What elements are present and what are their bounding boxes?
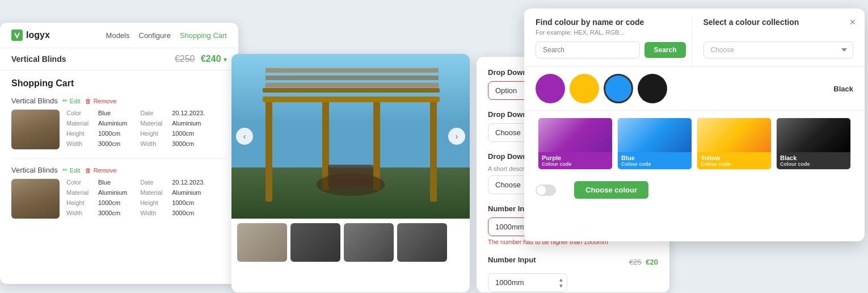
- swatch-blue[interactable]: [604, 74, 633, 103]
- cart-item-details: ColorBlue Date20.12.2023. MaterialAlumin…: [66, 179, 205, 219]
- color-panel-header: Find colour by name or code For example:…: [524, 9, 865, 67]
- divider: [11, 158, 227, 159]
- thumbnail-2[interactable]: [290, 223, 340, 262]
- color-card-yellow[interactable]: Yellow Colour code: [697, 118, 772, 170]
- price-new: €240: [201, 54, 221, 64]
- color-card-label-yellow: Yellow Colour code: [697, 152, 771, 169]
- thumbnail-strip: [231, 219, 470, 266]
- search-title: Find colour by name or code: [536, 18, 686, 27]
- cart-item-body: ColorBlue Date20.12.2023. MaterialAlumin…: [11, 179, 227, 219]
- color-card-blue[interactable]: Blue Colour code: [617, 118, 692, 170]
- choose-colour-button[interactable]: Choose colour: [574, 181, 648, 199]
- cart-item-name: Vertical Blinds: [11, 166, 58, 174]
- thumbnail-1[interactable]: [237, 223, 287, 262]
- product-image-panel: ‹ ›: [231, 54, 470, 292]
- swatch-black[interactable]: [638, 74, 667, 103]
- shopping-cart-panel: logyx Models Configure Shopping Cart Ver…: [0, 23, 238, 284]
- increment-button-2[interactable]: ▲: [558, 277, 564, 282]
- thumbnail-4[interactable]: [397, 223, 447, 262]
- nav-shopping-cart[interactable]: Shopping Cart: [180, 31, 227, 40]
- color-card-image-purple: [538, 118, 612, 152]
- cart-item: Vertical Blinds ✏ Edit 🗑 Remove ColorBlu…: [11, 97, 227, 149]
- color-card-label-blue: Blue Colour code: [618, 152, 692, 169]
- search-hint: For example: HEX, RAL, RGB...: [536, 29, 686, 36]
- svg-rect-3: [430, 99, 437, 202]
- cart-item-details: ColorBlue Date20.12.2023. MaterialAlumin…: [66, 110, 205, 149]
- color-panel-footer: Choose colour: [524, 177, 865, 210]
- product-main-image: ‹ ›: [231, 54, 470, 219]
- cart-item-image: [11, 179, 60, 219]
- edit-icon: ✏: [62, 166, 68, 174]
- cart-item-header: Vertical Blinds ✏ Edit 🗑 Remove: [11, 166, 227, 174]
- color-picker-panel: × Find colour by name or code For exampl…: [524, 9, 865, 241]
- price-old: €250: [175, 54, 195, 64]
- search-row: Search: [536, 41, 686, 58]
- collection-title: Select a colour collection: [703, 18, 854, 27]
- price-display: €250 €240 ▾: [175, 54, 227, 64]
- prev-image-button[interactable]: ‹: [236, 128, 253, 145]
- svg-rect-12: [328, 165, 373, 187]
- toggle-switch[interactable]: [536, 185, 556, 196]
- cart-item-body: ColorBlue Date20.12.2023. MaterialAlumin…: [11, 110, 227, 149]
- trash-icon: 🗑: [85, 167, 91, 174]
- color-card-dark[interactable]: Black Colour code: [776, 118, 851, 170]
- number-input-2-section: Number Input €25 €20 ▲ ▼: [488, 256, 658, 292]
- price-dropdown-icon[interactable]: ▾: [224, 56, 227, 64]
- next-image-button[interactable]: ›: [448, 128, 465, 145]
- edit-button[interactable]: ✏ Edit: [62, 97, 81, 104]
- cart-body: Shopping Cart Vertical Blinds ✏ Edit 🗑 R…: [0, 70, 238, 236]
- cart-item-name: Vertical Blinds: [11, 97, 58, 105]
- trash-icon: 🗑: [85, 98, 91, 104]
- nav-models[interactable]: Models: [106, 31, 130, 40]
- search-input[interactable]: [536, 41, 640, 58]
- swatch-yellow[interactable]: [570, 74, 599, 103]
- color-card-image-blue: [618, 118, 692, 152]
- collection-select[interactable]: Choose: [703, 41, 854, 58]
- color-card-image-yellow: [697, 118, 771, 152]
- remove-button[interactable]: 🗑 Remove: [85, 98, 117, 104]
- color-card-purple[interactable]: Purple Colour code: [538, 118, 613, 170]
- color-swatches-row: Black: [524, 67, 865, 111]
- color-card-label-purple: Purple Colour code: [538, 152, 612, 169]
- search-button[interactable]: Search: [644, 42, 685, 58]
- collection-section: Select a colour collection Choose: [692, 18, 854, 66]
- number-input-2-header: Number Input €25 €20: [488, 256, 658, 269]
- toggle-knob: [537, 186, 546, 195]
- close-button[interactable]: ×: [849, 16, 856, 28]
- logo-text: logyx: [26, 30, 50, 40]
- swatch-purple[interactable]: [536, 74, 565, 103]
- product-title: Vertical Blinds: [11, 55, 66, 64]
- logo: logyx: [11, 30, 50, 41]
- cart-item-header: Vertical Blinds ✏ Edit 🗑 Remove: [11, 97, 227, 105]
- svg-rect-7: [263, 88, 440, 93]
- logo-icon: [11, 30, 23, 41]
- number-input-2-field[interactable]: [488, 273, 567, 292]
- svg-rect-10: [266, 83, 439, 87]
- svg-rect-8: [266, 68, 439, 73]
- number-input-2-label: Number Input: [488, 256, 536, 264]
- cart-title: Shopping Cart: [11, 78, 227, 89]
- thumbnail-3[interactable]: [344, 223, 394, 262]
- product-header: Vertical Blinds €250 €240 ▾: [0, 48, 238, 70]
- collection-hint: [703, 29, 854, 36]
- number-input-2-wrapper: ▲ ▼: [488, 273, 567, 292]
- cart-item-image: [11, 110, 60, 149]
- svg-rect-2: [266, 99, 272, 202]
- decrement-button-2[interactable]: ▼: [558, 283, 564, 288]
- svg-rect-6: [263, 97, 440, 102]
- cart-item: Vertical Blinds ✏ Edit 🗑 Remove ColorBlu…: [11, 166, 227, 219]
- search-section: Find colour by name or code For example:…: [536, 18, 686, 66]
- nav-links: Models Configure Shopping Cart: [106, 31, 227, 40]
- svg-rect-9: [266, 76, 439, 80]
- price-badge: €25 €20: [629, 258, 658, 266]
- black-label: Black: [833, 74, 853, 103]
- color-grid: Purple Colour code Blue Colour code Yell…: [524, 111, 865, 177]
- nav-bar: logyx Models Configure Shopping Cart: [0, 23, 238, 48]
- edit-button[interactable]: ✏ Edit: [62, 166, 81, 174]
- remove-button[interactable]: 🗑 Remove: [85, 167, 117, 174]
- color-card-label-dark: Black Colour code: [777, 152, 850, 169]
- number-arrows-2: ▲ ▼: [558, 277, 564, 288]
- nav-configure[interactable]: Configure: [139, 31, 171, 40]
- color-card-image-dark: [777, 118, 850, 152]
- edit-icon: ✏: [62, 97, 68, 104]
